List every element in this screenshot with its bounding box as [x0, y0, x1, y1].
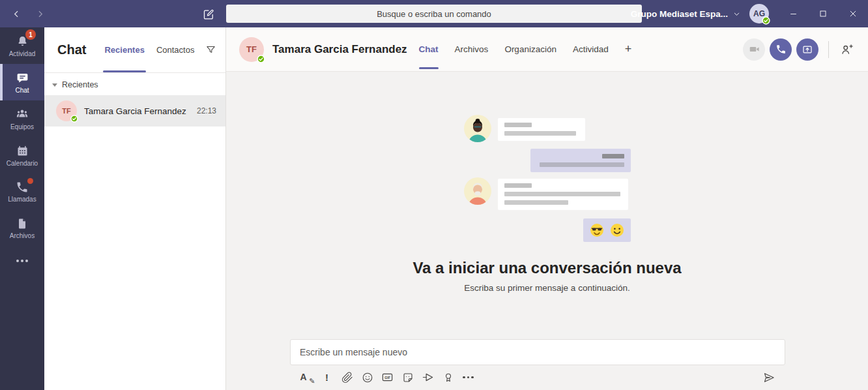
rail-label: Actividad — [9, 50, 36, 57]
emoji-icon[interactable] — [357, 368, 377, 387]
rail-item-calendario[interactable]: Calendario — [0, 137, 44, 173]
user-avatar[interactable]: AG — [749, 4, 769, 23]
new-chat-illustration — [464, 115, 631, 242]
more-apps-icon[interactable] — [0, 247, 44, 275]
chat-item-name: Tamara Garcia Fernandez — [84, 106, 190, 116]
maximize-icon[interactable] — [808, 0, 838, 27]
more-options-icon[interactable] — [458, 368, 478, 387]
tab-archivos[interactable]: Archivos — [455, 27, 489, 71]
conversation-header: TF Tamara Garcia Fernandez Chat Archivos… — [226, 27, 868, 72]
illustration-row — [464, 115, 631, 142]
tab-actividad[interactable]: Actividad — [573, 27, 609, 71]
divider — [828, 41, 829, 58]
avatar-initials: TF — [62, 107, 70, 115]
add-tab-button[interactable]: + — [625, 27, 632, 71]
chat-icon — [16, 71, 29, 85]
presence-available-icon — [762, 16, 770, 25]
chat-list-tabs: Recientes Contactos — [104, 27, 194, 72]
chat-list-panel: Chat Recientes Contactos Recientes TF Ta… — [44, 27, 226, 390]
composer: A✎ ! GIF — [290, 339, 785, 387]
svg-text:GIF: GIF — [384, 376, 390, 380]
rail-item-actividad[interactable]: Actividad 1 — [0, 27, 44, 64]
activity-badge: 1 — [25, 29, 36, 40]
chevron-down-icon — [733, 10, 740, 18]
illustration-emoji-bubble — [583, 218, 631, 242]
audio-call-button[interactable] — [770, 38, 792, 61]
tab-chat[interactable]: Chat — [419, 27, 439, 71]
filter-icon[interactable] — [205, 44, 216, 55]
call-actions — [738, 38, 856, 61]
chat-list-item[interactable]: TF Tamara Garcia Fernandez 22:13 — [44, 95, 225, 127]
calls-notification-dot — [27, 178, 33, 184]
phone-icon — [16, 181, 29, 194]
chat-item-time: 22:13 — [197, 106, 216, 115]
titlebar: Grupo Mediaset Espa... AG — [0, 0, 868, 27]
stream-icon[interactable] — [418, 368, 438, 387]
rail-label: Llamadas — [8, 196, 36, 203]
avatar: TF — [56, 100, 77, 121]
rail-item-archivos[interactable]: Archivos — [0, 210, 44, 247]
recientes-section-header[interactable]: Recientes — [44, 73, 225, 95]
rail-item-chat[interactable]: Chat — [0, 64, 44, 100]
minimize-icon[interactable] — [778, 0, 808, 27]
video-camera-icon — [748, 43, 760, 55]
empty-state-title: Va a iniciar una conversación nueva — [412, 259, 681, 277]
gif-icon[interactable]: GIF — [377, 368, 398, 387]
praise-icon[interactable] — [438, 368, 458, 387]
illustration-avatar-1 — [464, 115, 491, 142]
conversation-pane: TF Tamara Garcia Fernandez Chat Archivos… — [226, 27, 868, 390]
tab-organizacion[interactable]: Organización — [504, 27, 557, 71]
nav-arrows — [0, 5, 48, 22]
rail-label: Archivos — [10, 232, 35, 239]
close-icon[interactable] — [838, 0, 868, 27]
message-input[interactable] — [290, 339, 785, 365]
screen-share-icon — [802, 44, 813, 55]
format-icon[interactable]: A✎ — [297, 368, 317, 387]
files-icon — [16, 217, 29, 230]
attach-icon[interactable] — [337, 368, 357, 387]
conversation-title: Tamara Garcia Fernandez — [272, 43, 407, 56]
composer-toolbar: A✎ ! GIF — [290, 365, 785, 387]
new-chat-icon[interactable] — [199, 5, 218, 23]
illustration-message-card — [498, 118, 585, 141]
teams-icon — [15, 107, 29, 121]
org-name: Grupo Mediaset Espa... — [631, 9, 728, 19]
screen-share-button[interactable] — [796, 38, 818, 61]
send-icon[interactable] — [759, 368, 779, 387]
rail-item-equipos[interactable]: Equipos — [0, 100, 44, 137]
forward-icon[interactable] — [31, 5, 48, 22]
illustration-reply-bubble — [530, 149, 631, 172]
priority-icon[interactable]: ! — [317, 368, 337, 387]
teams-window: Grupo Mediaset Espa... AG Activ — [0, 0, 868, 390]
cool-emoji-icon — [589, 222, 605, 238]
back-icon[interactable] — [8, 5, 25, 22]
presence-available-icon — [257, 55, 265, 63]
illustration-message-card — [498, 179, 628, 210]
chat-list-header: Chat Recientes Contactos — [44, 27, 225, 73]
panel-title: Chat — [57, 42, 86, 57]
add-people-icon[interactable] — [837, 40, 856, 59]
org-switcher[interactable]: Grupo Mediaset Espa... — [631, 9, 740, 19]
conversation-tabs: Chat Archivos Organización Actividad + — [419, 27, 632, 71]
app-rail: Actividad 1 Chat Equipos Calendario Llam… — [0, 27, 44, 390]
empty-state: Va a iniciar una conversación nueva Escr… — [226, 115, 868, 293]
sticker-icon[interactable] — [398, 368, 418, 387]
tab-contactos[interactable]: Contactos — [156, 27, 195, 72]
avatar-initials: TF — [246, 44, 257, 54]
calendar-icon — [16, 144, 29, 158]
conversation-avatar[interactable]: TF — [239, 37, 264, 62]
rail-label: Calendario — [7, 160, 38, 167]
tab-recientes[interactable]: Recientes — [104, 27, 144, 72]
illustration-avatar-2 — [464, 177, 491, 205]
video-call-button[interactable] — [743, 38, 765, 61]
smile-emoji-icon — [609, 222, 625, 238]
presence-available-icon — [70, 115, 78, 123]
call-icon — [775, 44, 787, 55]
conversation-canvas: Va a iniciar una conversación nueva Escr… — [226, 72, 868, 390]
rail-label: Chat — [15, 87, 29, 94]
titlebar-right: Grupo Mediaset Espa... AG — [631, 0, 868, 27]
section-label: Recientes — [62, 80, 98, 89]
search-input[interactable] — [226, 5, 642, 23]
rail-item-llamadas[interactable]: Llamadas — [0, 173, 44, 210]
illustration-row — [464, 177, 631, 210]
